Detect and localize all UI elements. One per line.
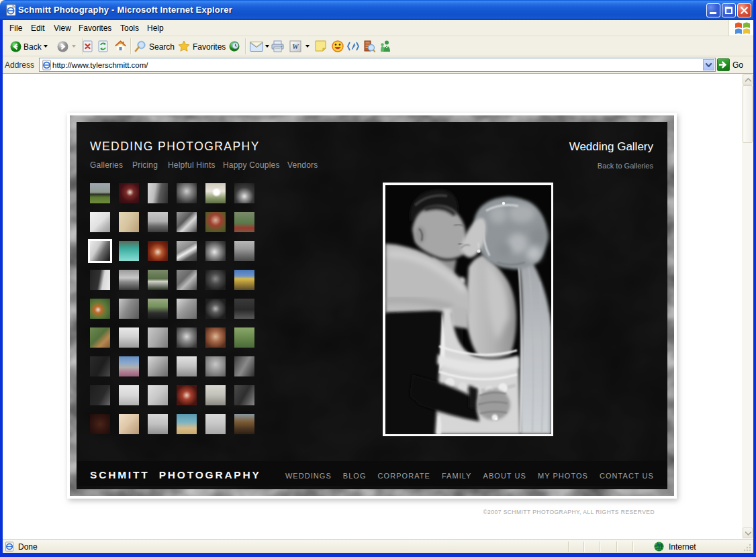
svg-text:W: W bbox=[292, 42, 299, 50]
